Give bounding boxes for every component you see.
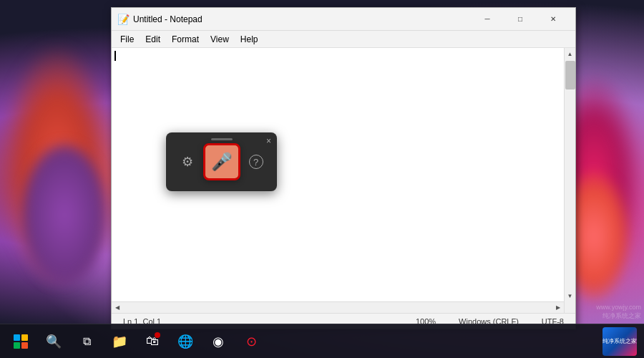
horizontal-scrollbar[interactable]: ◀ ▶ <box>112 301 564 313</box>
voice-settings-button[interactable]: ⚙ <box>177 152 197 172</box>
start-button[interactable] <box>6 326 36 357</box>
store-icon: 🛍 <box>146 334 159 349</box>
scroll-up-button[interactable]: ▲ <box>565 48 576 59</box>
minimize-button[interactable]: ─ <box>471 8 504 31</box>
menu-file[interactable]: File <box>114 33 140 46</box>
watermark: www.yowjy.com 纯净系统之家 <box>596 303 641 321</box>
menu-help[interactable]: Help <box>235 33 264 46</box>
task-view-button[interactable]: ⧉ <box>72 326 102 357</box>
menu-format[interactable]: Format <box>166 33 205 46</box>
menu-view[interactable]: View <box>205 33 235 46</box>
microphone-icon: 🎤 <box>211 152 233 172</box>
scroll-down-button[interactable]: ▼ <box>565 290 576 301</box>
menu-bar: File Edit Format View Help <box>112 31 575 48</box>
edge-icon: 🌐 <box>177 334 193 349</box>
opera-icon: ⊙ <box>246 334 257 349</box>
task-view-icon: ⧉ <box>83 335 91 348</box>
search-button[interactable]: 🔍 <box>39 326 69 357</box>
notepad-app-icon: 📝 <box>117 14 129 25</box>
voice-help-button[interactable]: ? <box>246 152 266 172</box>
voice-input-widget: × ⚙ 🎤 ? <box>166 132 277 191</box>
file-explorer-button[interactable]: 📁 <box>104 326 135 357</box>
store-button[interactable]: 🛍 <box>137 326 167 357</box>
bg-blob-2 <box>21 143 107 286</box>
scroll-left-button[interactable]: ◀ <box>112 302 123 314</box>
brand-corner[interactable]: 纯净系统之家 <box>601 324 638 359</box>
voice-close-button[interactable]: × <box>266 137 271 145</box>
gear-icon: ⚙ <box>182 154 193 170</box>
windows-logo-icon <box>14 334 28 349</box>
scroll-thumb[interactable] <box>565 61 575 90</box>
window-controls: ─ □ ✕ <box>471 8 570 31</box>
drag-handle[interactable] <box>211 138 233 140</box>
title-bar: 📝 Untitled - Notepad ─ □ ✕ <box>112 8 575 31</box>
menu-edit[interactable]: Edit <box>140 33 166 46</box>
folder-icon: 📁 <box>112 334 127 349</box>
maximize-button[interactable]: □ <box>504 8 537 31</box>
help-icon: ? <box>249 155 263 169</box>
notification-badge <box>155 332 160 338</box>
window-title: Untitled - Notepad <box>133 14 471 24</box>
voice-mic-button[interactable]: 🎤 <box>203 143 240 180</box>
text-cursor <box>114 51 116 61</box>
opera-button[interactable]: ⊙ <box>236 326 266 357</box>
scroll-right-button[interactable]: ▶ <box>552 302 564 314</box>
chrome-button[interactable]: ◉ <box>203 326 233 357</box>
brand-logo: 纯净系统之家 <box>602 327 637 356</box>
vertical-scrollbar[interactable]: ▲ ▼ <box>564 48 575 313</box>
close-button[interactable]: ✕ <box>537 8 570 31</box>
chrome-icon: ◉ <box>213 334 224 349</box>
taskbar: 🔍 ⧉ 📁 🛍 🌐 ◉ ⊙ 纯净系统之家 <box>0 324 644 358</box>
edge-browser-button[interactable]: 🌐 <box>170 326 200 357</box>
search-icon: 🔍 <box>46 334 62 349</box>
